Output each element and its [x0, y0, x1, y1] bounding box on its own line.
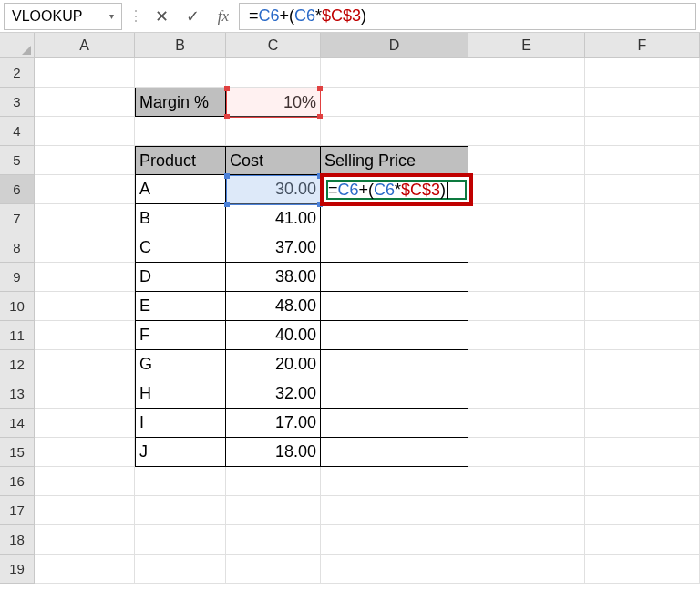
- row-header-12[interactable]: 12: [0, 350, 35, 379]
- cell-F13[interactable]: [585, 379, 700, 409]
- cell-C19[interactable]: [226, 555, 321, 584]
- cell-A19[interactable]: [35, 555, 135, 584]
- cell-E4[interactable]: [468, 117, 585, 146]
- cell-A3[interactable]: [35, 88, 135, 117]
- cell-B19[interactable]: [135, 555, 226, 584]
- cell-C2[interactable]: [226, 58, 321, 88]
- col-header-A[interactable]: A: [35, 33, 135, 58]
- cell-E5[interactable]: [468, 146, 585, 175]
- cell-F15[interactable]: [585, 438, 700, 467]
- cell-F2[interactable]: [585, 58, 700, 88]
- cell-A17[interactable]: [35, 496, 135, 525]
- cell-D18[interactable]: [321, 525, 468, 555]
- cell-E7[interactable]: [468, 204, 585, 233]
- cell-D11[interactable]: [321, 321, 468, 350]
- row-header-14[interactable]: 14: [0, 409, 35, 438]
- cell-F19[interactable]: [585, 555, 700, 584]
- cell-F8[interactable]: [585, 233, 700, 263]
- cell-D4[interactable]: [321, 117, 468, 146]
- cell-E17[interactable]: [468, 496, 585, 525]
- cell-D2[interactable]: [321, 58, 468, 88]
- cell-C3[interactable]: 10%: [226, 88, 321, 117]
- cell-E14[interactable]: [468, 409, 585, 438]
- col-header-F[interactable]: F: [585, 33, 700, 58]
- cell-E3[interactable]: [468, 88, 585, 117]
- cell-B15[interactable]: J: [135, 438, 226, 467]
- cell-A7[interactable]: [35, 204, 135, 233]
- row-header-15[interactable]: 15: [0, 438, 35, 467]
- cell-F5[interactable]: [585, 146, 700, 175]
- col-header-B[interactable]: B: [135, 33, 226, 58]
- row-header-8[interactable]: 8: [0, 233, 35, 263]
- cell-D17[interactable]: [321, 496, 468, 525]
- cell-E6[interactable]: [468, 175, 585, 204]
- cell-F18[interactable]: [585, 525, 700, 555]
- cell-C9[interactable]: 38.00: [226, 263, 321, 292]
- select-all-corner[interactable]: [0, 33, 35, 58]
- cell-A8[interactable]: [35, 233, 135, 263]
- cell-C11[interactable]: 40.00: [226, 321, 321, 350]
- row-header-11[interactable]: 11: [0, 321, 35, 350]
- cell-C7[interactable]: 41.00: [226, 204, 321, 233]
- cell-C4[interactable]: [226, 117, 321, 146]
- cell-D9[interactable]: [321, 263, 468, 292]
- row-header-4[interactable]: 4: [0, 117, 35, 146]
- row-header-10[interactable]: 10: [0, 292, 35, 321]
- cell-E19[interactable]: [468, 555, 585, 584]
- cell-D6[interactable]: [321, 175, 468, 204]
- cell-E11[interactable]: [468, 321, 585, 350]
- cell-F7[interactable]: [585, 204, 700, 233]
- cell-A12[interactable]: [35, 350, 135, 379]
- cell-A13[interactable]: [35, 379, 135, 409]
- col-header-C[interactable]: C: [226, 33, 321, 58]
- cell-B16[interactable]: [135, 467, 226, 496]
- col-header-D[interactable]: D: [321, 33, 468, 58]
- row-header-19[interactable]: 19: [0, 555, 35, 584]
- cell-A14[interactable]: [35, 409, 135, 438]
- row-header-5[interactable]: 5: [0, 146, 35, 175]
- cell-B11[interactable]: F: [135, 321, 226, 350]
- cell-E10[interactable]: [468, 292, 585, 321]
- cell-A4[interactable]: [35, 117, 135, 146]
- cell-B8[interactable]: C: [135, 233, 226, 263]
- cell-D5[interactable]: Selling Price: [321, 146, 468, 175]
- cell-C12[interactable]: 20.00: [226, 350, 321, 379]
- cell-C6[interactable]: 30.00: [226, 175, 321, 204]
- cell-A10[interactable]: [35, 292, 135, 321]
- cell-A18[interactable]: [35, 525, 135, 555]
- cell-B14[interactable]: I: [135, 409, 226, 438]
- cell-D16[interactable]: [321, 467, 468, 496]
- cell-B7[interactable]: B: [135, 204, 226, 233]
- cell-B18[interactable]: [135, 525, 226, 555]
- row-header-17[interactable]: 17: [0, 496, 35, 525]
- cell-A11[interactable]: [35, 321, 135, 350]
- cell-C14[interactable]: 17.00: [226, 409, 321, 438]
- cell-C10[interactable]: 48.00: [226, 292, 321, 321]
- cell-A16[interactable]: [35, 467, 135, 496]
- cell-C8[interactable]: 37.00: [226, 233, 321, 263]
- insert-function-button[interactable]: fx: [208, 3, 239, 30]
- cell-B9[interactable]: D: [135, 263, 226, 292]
- cell-F10[interactable]: [585, 292, 700, 321]
- cell-F6[interactable]: [585, 175, 700, 204]
- cell-C17[interactable]: [226, 496, 321, 525]
- cell-D8[interactable]: [321, 233, 468, 263]
- row-header-16[interactable]: 16: [0, 467, 35, 496]
- cell-C5[interactable]: Cost: [226, 146, 321, 175]
- cell-F16[interactable]: [585, 467, 700, 496]
- cell-F11[interactable]: [585, 321, 700, 350]
- row-header-2[interactable]: 2: [0, 58, 35, 88]
- confirm-formula-button[interactable]: ✓: [177, 3, 208, 30]
- cell-D14[interactable]: [321, 409, 468, 438]
- cell-F14[interactable]: [585, 409, 700, 438]
- cell-D3[interactable]: [321, 88, 468, 117]
- cell-A15[interactable]: [35, 438, 135, 467]
- cell-C13[interactable]: 32.00: [226, 379, 321, 409]
- row-header-7[interactable]: 7: [0, 204, 35, 233]
- cancel-formula-button[interactable]: ✕: [146, 3, 177, 30]
- cell-B2[interactable]: [135, 58, 226, 88]
- row-header-6[interactable]: 6: [0, 175, 35, 204]
- cell-B10[interactable]: E: [135, 292, 226, 321]
- name-box[interactable]: VLOOKUP ▾: [4, 3, 122, 30]
- cell-B3[interactable]: Margin %: [135, 88, 226, 117]
